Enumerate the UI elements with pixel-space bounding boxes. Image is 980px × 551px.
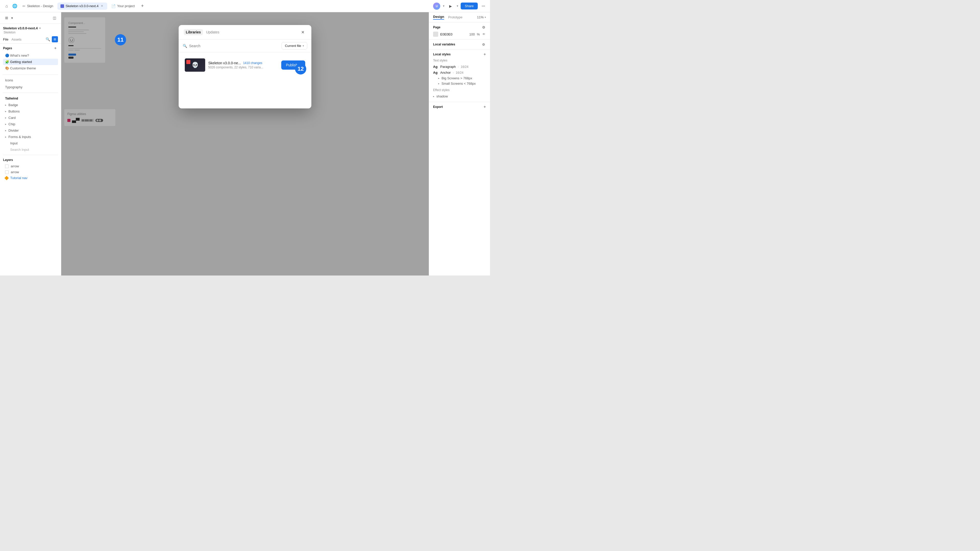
tab-skeleton-v3[interactable]: Skeleton v3.0.0-next.4 ✕ — [57, 3, 107, 10]
library-meta: 5026 components, 22 styles, 710 varia... — [208, 65, 278, 69]
sub-item-arrow-big-screens-icon: ▸ — [438, 77, 439, 79]
library-item[interactable]: 💀 Skeleton v3.0.0-ne... 1410 changes 502… — [183, 56, 307, 74]
local-styles-add-icon[interactable]: + — [484, 52, 486, 57]
style-shadow-label: shadow — [436, 94, 448, 98]
tab-skeleton-design[interactable]: ✏ Skeleton - Design — [19, 3, 56, 10]
play-chevron[interactable]: ▼ — [456, 5, 458, 7]
assets-nav-tab[interactable]: Assets — [11, 37, 21, 42]
panels-toggle-icon[interactable]: ◫ — [51, 14, 58, 21]
page-color-swatch[interactable] — [433, 32, 438, 37]
libraries-modal-tab[interactable]: Libraries — [184, 29, 203, 35]
layer-checkbox-1[interactable] — [5, 165, 9, 168]
avatar-chevron[interactable]: ▼ — [442, 5, 445, 7]
tailwind-buttons[interactable]: ▸ Buttons — [3, 108, 58, 114]
grid-view-icon[interactable]: ⊞ — [52, 36, 58, 42]
style-big-screens-label: Big Screens > 768px — [442, 76, 472, 80]
style-anchor-name: Anchor — [440, 71, 451, 75]
more-options-button[interactable]: ··· — [480, 3, 487, 10]
export-add-icon[interactable]: + — [484, 105, 486, 109]
library-name: Skeleton v3.0.0-ne... — [208, 61, 241, 65]
project-tab-icon: 📄 — [111, 4, 116, 8]
style-item-shadow[interactable]: ▸ shadow — [433, 94, 486, 99]
sidebar-toolbar: ⊞ ▾ ◫ — [0, 12, 61, 24]
tailwind-input[interactable]: Input — [3, 140, 58, 146]
tailwind-divider-label: Divider — [8, 129, 19, 132]
modal-search-input[interactable] — [189, 44, 280, 48]
add-page-button[interactable]: + — [53, 46, 58, 51]
left-sidebar: ⊞ ▾ ◫ Skeleton v3.0.0-next.4 ▾ Skeleton … — [0, 12, 61, 275]
tailwind-badge[interactable]: ▸ Badge — [3, 102, 58, 108]
layers-tool-label: ▾ — [11, 16, 13, 20]
arrow-icon-badge: ▸ — [5, 103, 6, 106]
tab-your-project[interactable]: 📄 Your project — [108, 3, 138, 10]
page-color-eye-icon[interactable]: 👁 — [482, 32, 486, 36]
text-styles-sublabel: Text styles — [433, 59, 486, 62]
search-icon[interactable]: 🔍 — [45, 36, 51, 42]
tab-skeleton-v3-label: Skeleton v3.0.0-next.4 — [65, 4, 99, 8]
style-sub-item-small-screens[interactable]: ▸ Small Screens < 768px — [433, 81, 486, 86]
tailwind-divider[interactable]: ▸ Divider — [3, 127, 58, 134]
file-nav-tab[interactable]: File — [3, 37, 8, 42]
tailwind-input-label: Input — [10, 141, 18, 145]
project-subtitle: Skeleton — [3, 30, 58, 34]
tailwind-chip[interactable]: ▸ Chip — [3, 121, 58, 127]
modal-search-icon: 🔍 — [183, 44, 187, 48]
sub-item-arrow-small-screens-icon: ▸ — [438, 82, 439, 85]
home-icon[interactable]: ⌂ — [3, 3, 10, 10]
tailwind-search-input[interactable]: Search Input — [3, 146, 58, 153]
add-tab-button[interactable]: + — [139, 3, 146, 10]
zoom-chevron-icon[interactable]: ▾ — [485, 16, 486, 19]
layer-tutorial-nav-label: Tutorial nav — [10, 176, 27, 180]
tailwind-forms-inputs[interactable]: ▸ Forms & Inputs — [3, 134, 58, 140]
layer-checkbox-2[interactable] — [5, 170, 9, 174]
page-customize-label: 🎨 Customize theme — [5, 66, 36, 70]
modal-overlay: 12 Libraries Updates ✕ 🔍 Current file — [61, 12, 429, 275]
world-icon[interactable]: 🌐 — [11, 3, 18, 10]
layer-arrow-2[interactable]: arrow — [3, 169, 58, 175]
library-info: Skeleton v3.0.0-ne... 1410 changes 5026 … — [208, 61, 278, 69]
design-tab[interactable]: Design — [433, 15, 444, 20]
local-styles-label: Local styles — [433, 52, 451, 56]
layer-arrow-1[interactable]: arrow — [3, 163, 58, 169]
layer-arrow-1-label: arrow — [11, 164, 19, 168]
prototype-tab[interactable]: Prototype — [448, 15, 463, 19]
style-sub-item-big-screens[interactable]: ▸ Big Screens > 768px — [433, 76, 486, 81]
nav-item-typography[interactable]: Typography — [3, 84, 58, 91]
nav-section: Icons Typography — [0, 76, 61, 92]
share-button[interactable]: Share — [461, 3, 478, 10]
layer-arrow-2-label: arrow — [11, 170, 19, 174]
tab-skeleton-design-label: Skeleton - Design — [27, 4, 53, 8]
tailwind-header: Tailwind — [3, 95, 58, 102]
style-anchor-size: 16/24 — [456, 71, 463, 75]
page-item-getting-started[interactable]: 🧩 Getting started — [3, 59, 58, 65]
percent-display[interactable]: 11% — [477, 15, 484, 19]
tailwind-card[interactable]: ▸ Card — [3, 114, 58, 121]
modal-close-button[interactable]: ✕ — [299, 29, 306, 36]
layer-tutorial-nav[interactable]: Tutorial nav — [3, 175, 58, 181]
page-item-customize[interactable]: 🎨 Customize theme — [3, 65, 58, 71]
page-settings-icon[interactable]: ⚙ — [481, 25, 486, 30]
modal-dropdown-button[interactable]: Current file ▾ — [282, 42, 307, 49]
tab-your-project-label: Your project — [117, 4, 135, 8]
layers-tool-icon[interactable]: ⊞ — [3, 14, 10, 21]
play-button[interactable]: ▶ — [447, 3, 454, 10]
tab-skeleton-v3-close[interactable]: ✕ — [100, 4, 104, 8]
tailwind-chip-label: Chip — [8, 122, 15, 126]
style-item-anchor[interactable]: Ag Anchor · 16/24 — [433, 70, 486, 76]
page-section: Page ⚙ E0E0E0 100 % 👁 — [429, 22, 490, 40]
tailwind-search-input-label: Search Input — [10, 148, 29, 151]
arrow-icon-buttons: ▸ — [5, 110, 6, 113]
percent-sign: % — [477, 32, 480, 36]
avatar[interactable]: U — [433, 3, 440, 10]
effect-styles-sublabel: Effect styles — [433, 88, 486, 92]
tailwind-label: Tailwind — [5, 97, 18, 100]
nav-item-icons[interactable]: Icons — [3, 77, 58, 84]
library-thumbnail: 💀 — [185, 59, 205, 72]
page-item-whats-new[interactable]: 🔵 What's new? — [3, 52, 58, 59]
page-color-row: E0E0E0 100 % 👁 — [433, 32, 486, 37]
local-variables-settings-icon[interactable]: ⚙ — [481, 42, 486, 47]
library-changes-badge: 1410 changes — [243, 61, 262, 65]
project-chevron-icon[interactable]: ▾ — [39, 27, 41, 30]
updates-modal-tab[interactable]: Updates — [204, 29, 221, 35]
style-item-paragraph[interactable]: Ag Paragraph · 16/24 — [433, 64, 486, 70]
